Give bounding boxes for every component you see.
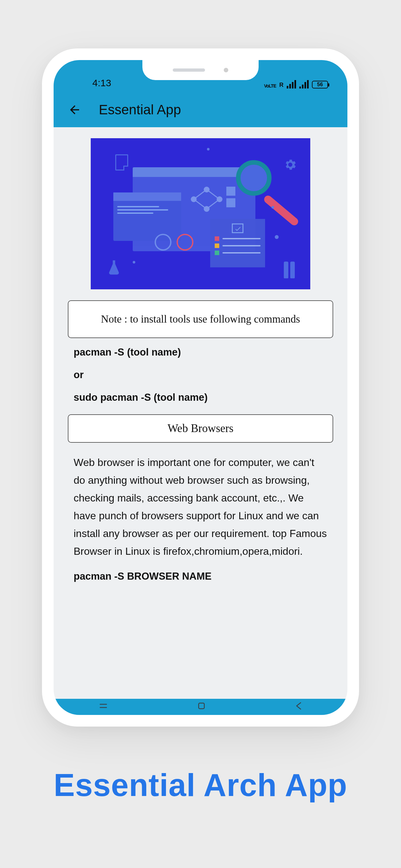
battery-icon: 56 <box>312 81 328 89</box>
document-icon <box>115 154 128 170</box>
content-scroll[interactable]: Note : to install tools use following co… <box>54 127 347 699</box>
nav-recent-icon[interactable] <box>97 701 110 711</box>
note-box: Note : to install tools use following co… <box>68 300 333 338</box>
gear-icon <box>283 158 297 173</box>
hero-illustration <box>91 138 310 289</box>
phone-frame: 4:13 VoLTE R 56 Essentia <box>42 49 359 726</box>
hero-square-icon <box>226 187 235 196</box>
section-command: pacman -S BROWSER NAME <box>73 570 333 582</box>
hero-dot-icon <box>207 148 210 151</box>
flask-icon <box>107 259 121 278</box>
signal-bars-2-icon <box>299 80 309 89</box>
svg-rect-0 <box>198 703 204 709</box>
front-camera <box>224 68 228 72</box>
hero-square-icon <box>226 198 235 207</box>
speaker-slot <box>173 68 205 72</box>
magnifier-icon <box>236 160 272 196</box>
or-separator: or <box>73 369 333 381</box>
magnifier-handle-icon <box>263 194 300 227</box>
hero-dot-icon <box>272 206 274 209</box>
app-title: Essential App <box>99 102 181 118</box>
phone-screen: 4:13 VoLTE R 56 Essentia <box>54 60 347 715</box>
back-arrow-icon <box>68 103 81 117</box>
hero-ring-icon <box>177 234 193 251</box>
nav-back-icon[interactable] <box>293 701 304 711</box>
network-label: VoLTE <box>264 83 276 89</box>
section-heading: Web Browsers <box>68 414 333 443</box>
hero-checklist-icon <box>210 219 265 268</box>
app-bar: Essential App <box>54 92 347 127</box>
hero-dot-icon <box>133 261 135 264</box>
promo-caption: Essential Arch App <box>0 767 401 803</box>
status-time: 4:13 <box>92 78 111 89</box>
network-r-icon: R <box>279 82 283 89</box>
battery-level: 56 <box>317 82 323 88</box>
nav-home-icon[interactable] <box>197 701 206 711</box>
phone-notch <box>143 60 258 80</box>
hero-ring-icon <box>155 234 172 251</box>
android-nav-bar <box>54 700 347 712</box>
status-right: VoLTE R 56 <box>264 80 328 89</box>
hero-window-small <box>113 192 181 241</box>
command-text-1: pacman -S (tool name) <box>73 346 333 358</box>
section-body: Web browser is important one for compute… <box>68 451 333 566</box>
test-tubes-icon <box>284 261 295 278</box>
command-text-2: sudo pacman -S (tool name) <box>73 392 333 403</box>
back-button[interactable] <box>66 102 83 118</box>
signal-bars-1-icon <box>287 80 296 89</box>
hero-dot-icon <box>275 235 279 239</box>
